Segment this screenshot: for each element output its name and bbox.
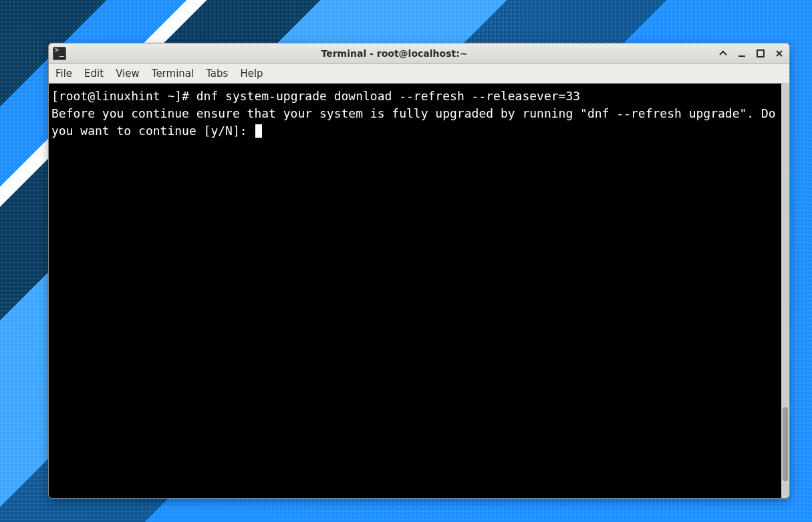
- terminal-app-icon: [53, 47, 66, 60]
- svg-rect-1: [757, 50, 764, 57]
- desktop-wallpaper: Terminal - root@localhost:~ File Edit Vi…: [0, 0, 812, 522]
- terminal-window: Terminal - root@localhost:~ File Edit Vi…: [48, 43, 790, 499]
- rollup-button[interactable]: [717, 47, 729, 59]
- menu-file[interactable]: File: [55, 68, 72, 80]
- menu-help[interactable]: Help: [240, 68, 263, 80]
- text-cursor: [255, 124, 262, 138]
- window-controls: [717, 47, 785, 59]
- minimize-button[interactable]: [736, 47, 748, 59]
- window-titlebar[interactable]: Terminal - root@localhost:~: [49, 43, 789, 64]
- maximize-button[interactable]: [755, 47, 767, 59]
- terminal-prompt: [root@linuxhint ~]#: [51, 89, 196, 103]
- menu-view[interactable]: View: [116, 68, 140, 80]
- close-button[interactable]: [773, 47, 785, 59]
- window-title: Terminal - root@localhost:~: [72, 48, 717, 59]
- terminal-command: dnf system-upgrade download --refresh --…: [196, 89, 580, 103]
- terminal-area: [root@linuxhint ~]# dnf system-upgrade d…: [49, 84, 789, 498]
- menubar: File Edit View Terminal Tabs Help: [49, 64, 789, 84]
- menu-terminal[interactable]: Terminal: [152, 68, 194, 80]
- scrollbar-thumb[interactable]: [783, 407, 788, 482]
- terminal-scrollbar[interactable]: [781, 84, 789, 498]
- menu-edit[interactable]: Edit: [84, 68, 104, 80]
- terminal-content[interactable]: [root@linuxhint ~]# dnf system-upgrade d…: [49, 84, 781, 498]
- terminal-output: Before you continue ensure that your sys…: [51, 106, 783, 138]
- menu-tabs[interactable]: Tabs: [206, 68, 228, 80]
- svg-rect-0: [738, 55, 745, 57]
